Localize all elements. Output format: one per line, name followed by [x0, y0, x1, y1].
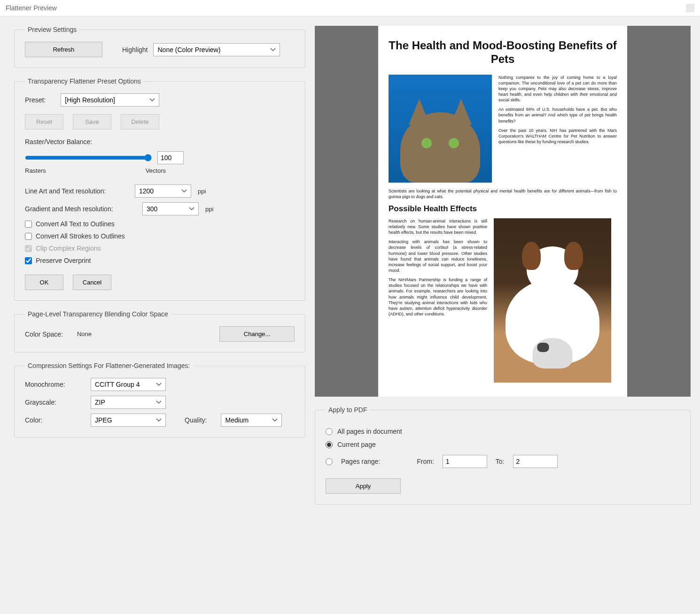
- apply-button[interactable]: Apply: [326, 478, 401, 494]
- cb-text-outlines-label: Convert All Text to Outlines: [36, 220, 115, 228]
- highlight-label: Highlight: [122, 46, 148, 54]
- quality-label: Quality:: [185, 416, 207, 424]
- from-label: From:: [417, 458, 434, 465]
- rasters-label: Rasters: [25, 167, 46, 174]
- preview-settings-legend: Preview Settings: [25, 26, 79, 33]
- cancel-button[interactable]: Cancel: [73, 275, 111, 290]
- color-space-legend: Page-Level Transparency Blending Color S…: [25, 310, 171, 318]
- color-space-group: Page-Level Transparency Blending Color S…: [14, 310, 305, 353]
- gray-label: Grayscale:: [25, 399, 77, 406]
- from-input[interactable]: [443, 455, 487, 468]
- gray-select[interactable]: ZIP: [91, 396, 166, 409]
- save-button[interactable]: Save: [73, 114, 111, 130]
- preset-label: Preset:: [25, 96, 46, 104]
- dog-image: [494, 218, 611, 383]
- cb-clip-complex: [25, 245, 32, 252]
- transparency-group: Transparency Flattener Preset Options Pr…: [14, 77, 305, 301]
- radio-current-page[interactable]: [326, 441, 333, 448]
- to-label: To:: [496, 458, 505, 465]
- refresh-button[interactable]: Refresh: [25, 42, 102, 57]
- quality-select[interactable]: Medium: [221, 414, 282, 427]
- radio-pages-range-label: Pages range:: [341, 458, 380, 465]
- gradient-label: Gradient and Mesh resolution:: [25, 205, 136, 213]
- color-space-value: None: [77, 330, 92, 338]
- cb-preserve-overprint[interactable]: [25, 257, 32, 264]
- lineart-unit: ppi: [198, 188, 206, 195]
- raster-vector-label: Raster/Vector Balance:: [25, 138, 92, 146]
- reset-button[interactable]: Reset: [25, 114, 63, 130]
- close-icon[interactable]: [686, 4, 694, 12]
- gradient-unit: ppi: [205, 206, 213, 213]
- cb-clip-complex-label: Clip Complex Regions: [36, 245, 101, 252]
- radio-pages-range[interactable]: [326, 458, 333, 465]
- titlebar: Flattener Preview: [0, 0, 700, 16]
- doc-h2: Possible Health Effects: [389, 204, 617, 214]
- ok-button[interactable]: OK: [25, 275, 63, 290]
- cb-strokes-outlines[interactable]: [25, 233, 32, 240]
- vectors-label: Vectors: [146, 167, 166, 174]
- lineart-label: Line Art and Text resolution:: [25, 187, 128, 195]
- delete-button[interactable]: Delete: [121, 114, 159, 130]
- document-page: The Health and Mood-Boosting Benefits of…: [378, 26, 627, 397]
- radio-current-page-label: Current page: [337, 441, 376, 448]
- preview-settings-group: Preview Settings Refresh Highlight None …: [14, 26, 305, 68]
- cb-preserve-overprint-label: Preserve Overprint: [36, 257, 91, 264]
- radio-all-pages[interactable]: [326, 428, 333, 435]
- apply-legend: Apply to PDF: [326, 406, 370, 414]
- transparency-legend: Transparency Flattener Preset Options: [25, 77, 144, 85]
- to-input[interactable]: [513, 455, 558, 468]
- cb-strokes-outlines-label: Convert All Strokes to Outlines: [36, 232, 125, 240]
- mono-label: Monochrome:: [25, 381, 77, 388]
- mono-select[interactable]: CCITT Group 4: [91, 378, 166, 391]
- raster-vector-value[interactable]: [157, 151, 184, 164]
- radio-all-pages-label: All pages in document: [337, 428, 402, 435]
- change-button[interactable]: Change...: [219, 326, 295, 342]
- cat-image: [389, 75, 492, 183]
- window-title: Flattener Preview: [6, 4, 57, 12]
- compression-group: Compression Settings For Flattener-Gener…: [14, 362, 305, 437]
- highlight-select[interactable]: None (Color Preview): [153, 43, 280, 56]
- compression-legend: Compression Settings For Flattener-Gener…: [25, 362, 193, 369]
- lineart-select[interactable]: 1200: [135, 184, 191, 198]
- color-label: Color:: [25, 416, 77, 424]
- doc-title: The Health and Mood-Boosting Benefits of…: [389, 39, 617, 66]
- gradient-select[interactable]: 300: [142, 202, 199, 215]
- cb-text-outlines[interactable]: [25, 221, 32, 228]
- color-select[interactable]: JPEG: [91, 414, 166, 427]
- apply-group: Apply to PDF All pages in document Curre…: [315, 406, 691, 505]
- preset-select[interactable]: [High Resolution]: [61, 93, 159, 107]
- preview-pane: The Health and Mood-Boosting Benefits of…: [315, 26, 691, 397]
- raster-vector-slider[interactable]: [25, 154, 152, 161]
- color-space-label: Color Space:: [25, 330, 63, 338]
